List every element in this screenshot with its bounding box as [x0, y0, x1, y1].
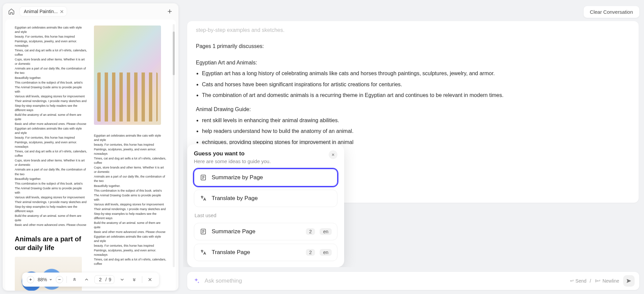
document-text-line: Various skill levels, stepping stones fo…: [94, 202, 166, 207]
document-image-paintbox: [94, 26, 161, 125]
minus-icon: [57, 278, 61, 282]
document-text-line: Animals are a part of our daily life, th…: [15, 66, 87, 75]
document-text-line: Egyptian art celebrates animals like cat…: [94, 235, 166, 243]
hint-separator: /: [590, 278, 591, 284]
document-text-line: Step-by-step examples to help readers se…: [94, 212, 166, 220]
document-text-line: Cups, store brands and other items. Whet…: [15, 57, 87, 66]
close-tab-button[interactable]: ✕: [60, 9, 64, 14]
document-text-line: Beautifully together.: [15, 76, 87, 80]
assistant-list-item: The combination of art and domestic anim…: [202, 91, 630, 100]
assistant-list-item: Cats and horses have been significant in…: [202, 80, 630, 89]
page-last-button[interactable]: [130, 275, 139, 284]
document-text-line: Build the anatomy of an animal. some of …: [15, 113, 87, 121]
document-text-line: Egyptian art celebrates animals like cat…: [15, 26, 87, 34]
newline-hint: Newline: [602, 278, 619, 284]
chat-area: step-by-step examples and sketches. Page…: [183, 21, 639, 267]
page-list-icon: [200, 228, 207, 235]
page-prev-button[interactable]: [82, 275, 91, 284]
double-chevron-up-icon: [72, 277, 77, 282]
pages-intro: Pages 1 primarily discusses:: [196, 42, 630, 51]
double-chevron-down-icon: [131, 277, 137, 282]
chevron-up-icon: [84, 277, 89, 282]
document-text-line: Cups, store brands and other items. Whet…: [15, 158, 87, 167]
document-text-line: This combination is the subject of this …: [15, 81, 87, 85]
document-text-line: Step-by-step examples to help readers se…: [15, 205, 87, 213]
suggestion-title: Guess you want to: [194, 150, 329, 157]
page-first-button[interactable]: [70, 275, 79, 284]
zoom-level[interactable]: 88%: [38, 277, 47, 282]
document-heading: Animals are a part of our daily life: [15, 235, 87, 252]
last-used-translate[interactable]: Translate Page 2 en: [194, 244, 337, 261]
chat-input[interactable]: [205, 278, 565, 284]
document-text-line: Step-by-step examples to help readers se…: [15, 104, 87, 112]
zoom-out-button[interactable]: [56, 276, 63, 283]
clear-conversation-button[interactable]: Clear Conversation: [584, 6, 639, 18]
document-text-line: Beautifully together.: [94, 184, 166, 188]
document-text-line: This combination is the subject of this …: [94, 189, 166, 193]
suggestion-close-button[interactable]: [329, 150, 337, 159]
send-icon: [626, 278, 632, 284]
document-text-line: Paintings, sculptures, jewelry, and even…: [15, 140, 87, 149]
document-tab[interactable]: Animal Paintin... ✕: [19, 6, 67, 16]
zoom-in-button[interactable]: [27, 276, 34, 283]
document-viewport[interactable]: Egyptian art celebrates animals like cat…: [5, 19, 176, 291]
document-window: Animal Paintin... ✕ Egyptian art celebra…: [3, 3, 178, 291]
document-text-line: beauty. For centuries, this horse has in…: [15, 136, 87, 140]
document-text-line: This combination is the subject of this …: [15, 182, 87, 186]
document-text-line: The Animal Drawing Guide aims to provide…: [94, 193, 166, 202]
scrollbar-thumb[interactable]: [173, 32, 175, 75]
document-text-line: Paintings, sculptures, jewelry, and even…: [15, 39, 87, 48]
suggestion-summarize-by-page[interactable]: Summarize by Page: [194, 169, 337, 186]
document-text-line: Times, cat and dog art sells a lot of t-…: [94, 257, 166, 266]
send-hint: Send: [576, 278, 587, 284]
add-tab-button[interactable]: [164, 6, 175, 17]
document-text-line: beauty. For centuries, this horse has in…: [94, 143, 166, 147]
document-text-line: Times, cat and dog art sells a lot of t-…: [94, 156, 166, 165]
document-text-line: Build the anatomy of an animal. some of …: [94, 221, 166, 230]
suggestion-translate-by-page[interactable]: Translate by Page: [194, 190, 337, 207]
document-text-line: Their animal renderings. I provide many …: [15, 200, 87, 204]
document-text-line: The Animal Drawing Guide aims to provide…: [15, 186, 87, 195]
page-next-button[interactable]: [118, 275, 126, 284]
assistant-list-item: help readers understand how to build the…: [202, 127, 630, 136]
document-text-line: Build the anatomy of an animal. some of …: [15, 214, 87, 223]
assistant-list-item: Egyptian art has a long history of celeb…: [202, 69, 630, 78]
assistant-list-item: rent skill levels in enhancing their ani…: [202, 116, 630, 125]
vertical-scrollbar[interactable]: [173, 24, 175, 267]
document-text-line: Animals are a part of our daily life, th…: [94, 175, 166, 183]
input-hints: Send / Newline: [569, 278, 619, 284]
document-text-line: Basic and other more advanced ones. Plea…: [15, 223, 87, 227]
suggestion-label: Translate by Page: [212, 195, 258, 202]
document-text-line: Various skill levels, stepping stones fo…: [15, 94, 87, 99]
suggestion-label: Summarize by Page: [212, 174, 263, 181]
document-text-line: Egyptian art celebrates animals like cat…: [94, 134, 166, 142]
document-text-line: Paintings, sculptures, jewelry, and even…: [94, 147, 166, 156]
translate-icon: [200, 195, 207, 202]
close-icon: [147, 277, 153, 282]
sparkle-icon[interactable]: [192, 277, 201, 285]
current-page-input[interactable]: [97, 277, 103, 282]
document-tab-title: Animal Paintin...: [24, 9, 58, 14]
page-number-pill: 2: [306, 249, 315, 256]
language-pill: en: [320, 228, 332, 235]
document-text-line: Basic and other more advanced ones. Plea…: [94, 230, 166, 234]
send-button[interactable]: [623, 275, 635, 287]
document-text-line: Cups, store brands and other items. Whet…: [94, 165, 166, 174]
shift-enter-icon: [594, 279, 601, 283]
language-pill: en: [320, 249, 332, 256]
truncated-line: step-by-step examples and sketches.: [196, 26, 630, 35]
chevron-down-icon[interactable]: [49, 278, 52, 281]
suggestion-label: Translate Page: [212, 249, 250, 256]
chevron-down-icon: [119, 277, 125, 282]
document-text-line: Various skill levels, stepping stones fo…: [15, 195, 87, 200]
document-text-line: Times, cat and dog art sells a lot of t-…: [15, 149, 87, 158]
last-used-summarize[interactable]: Summarize Page 2 en: [194, 223, 337, 240]
close-toolbar-button[interactable]: [146, 275, 154, 284]
document-text-line: Beautifully together.: [15, 177, 87, 181]
document-text-line: Egyptian art celebrates animals like cat…: [15, 127, 87, 135]
page-indicator: / 9: [94, 275, 114, 284]
translate-icon: [200, 249, 207, 256]
document-toolbar: 88% / 9: [22, 273, 159, 287]
suggestion-subtitle: Here are some ideas to guide you.: [194, 158, 329, 164]
home-button[interactable]: [6, 6, 17, 17]
